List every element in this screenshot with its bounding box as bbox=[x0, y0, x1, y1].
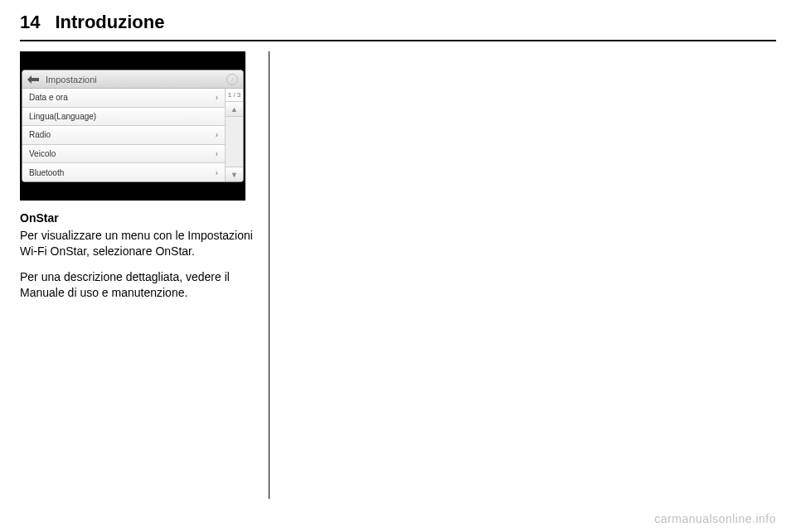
music-icon[interactable]: ♪ bbox=[226, 74, 238, 85]
menu-item-date-time[interactable]: Data e ora › bbox=[22, 89, 225, 108]
right-column bbox=[278, 51, 776, 499]
menu-item-radio[interactable]: Radio › bbox=[22, 126, 225, 145]
screen-frame: Impostazioni ♪ Data e ora › Lingua(Langu… bbox=[22, 70, 244, 182]
chevron-right-icon: › bbox=[216, 168, 218, 177]
section-subhead: OnStar bbox=[20, 210, 255, 226]
header-rule bbox=[20, 40, 776, 41]
content-columns: Impostazioni ♪ Data e ora › Lingua(Langu… bbox=[20, 51, 776, 499]
settings-menu-list: Data e ora › Lingua(Language) › Radio › bbox=[22, 89, 225, 181]
chapter-title: Introduzione bbox=[55, 12, 164, 33]
scroll-track bbox=[226, 117, 243, 167]
menu-item-label: Bluetooth bbox=[29, 168, 64, 177]
chevron-right-icon: › bbox=[216, 93, 218, 102]
screen-header-bar: Impostazioni ♪ bbox=[22, 70, 243, 89]
back-icon[interactable] bbox=[27, 75, 39, 84]
scroll-up-button[interactable]: ▲ bbox=[226, 102, 243, 117]
watermark: carmanualsonline.info bbox=[654, 512, 776, 525]
left-column: Impostazioni ♪ Data e ora › Lingua(Langu… bbox=[20, 51, 260, 499]
body-text: OnStar Per visualizzare un menu con le I… bbox=[20, 210, 255, 300]
menu-item-bluetooth[interactable]: Bluetooth › bbox=[22, 163, 225, 181]
screen-body: Data e ora › Lingua(Language) › Radio › bbox=[22, 89, 243, 181]
chevron-right-icon: › bbox=[216, 130, 218, 139]
menu-item-label: Veicolo bbox=[29, 149, 56, 158]
infotainment-screenshot: Impostazioni ♪ Data e ora › Lingua(Langu… bbox=[20, 51, 245, 201]
page-header: 14 Introduzione bbox=[20, 8, 776, 38]
scroll-column: 1 / 3 ▲ ▼ bbox=[225, 89, 243, 181]
menu-item-vehicle[interactable]: Veicolo › bbox=[22, 145, 225, 164]
list-page-indicator: 1 / 3 bbox=[226, 89, 243, 102]
chevron-right-icon: › bbox=[216, 149, 218, 158]
column-divider bbox=[269, 51, 269, 499]
menu-item-label: Radio bbox=[29, 130, 51, 139]
manual-page: 14 Introduzione Impostazioni ♪ bbox=[0, 0, 796, 532]
paragraph: Per una descrizione dettagliata, vedere … bbox=[20, 269, 255, 301]
scroll-down-button[interactable]: ▼ bbox=[226, 167, 243, 181]
menu-item-label: Lingua(Language) bbox=[29, 112, 96, 121]
paragraph: Per visualizzare un menu con le Impostaz… bbox=[20, 228, 255, 259]
screen-title: Impostazioni bbox=[46, 75, 226, 85]
menu-item-language[interactable]: Lingua(Language) › bbox=[22, 108, 225, 127]
page-number: 14 bbox=[20, 12, 40, 33]
menu-item-label: Data e ora bbox=[29, 93, 68, 102]
